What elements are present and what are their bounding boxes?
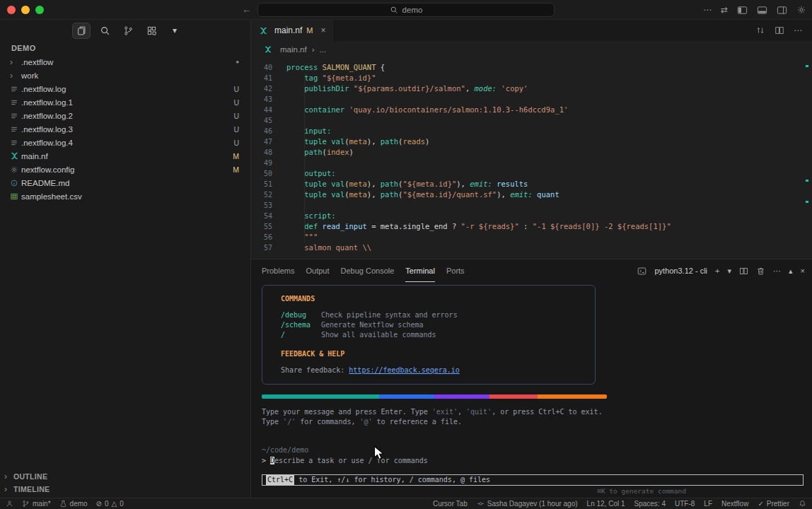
layout-panel-icon[interactable] bbox=[757, 5, 767, 16]
code-editor[interactable]: 40process SALMON_QUANT {41 tag "${meta.i… bbox=[251, 58, 812, 259]
status-cursor-tab[interactable]: Cursor Tab bbox=[433, 500, 468, 508]
file-label: samplesheet.csv bbox=[21, 192, 233, 201]
terminal-profile-label[interactable]: python3.12 - cli bbox=[654, 267, 707, 275]
status-label: Sasha Dagayev (1 hour ago) bbox=[487, 500, 578, 508]
panel-tab-debug-console[interactable]: Debug Console bbox=[341, 259, 395, 282]
account-button[interactable] bbox=[6, 500, 13, 508]
timeline-section[interactable]: › TIMELINE bbox=[0, 483, 250, 496]
close-tab-icon[interactable]: × bbox=[321, 25, 326, 35]
sidebar-item-nextflow-log-4[interactable]: .nextflow.log.4U bbox=[0, 136, 250, 149]
code-token: "${params.outdir}/salmon" bbox=[354, 84, 465, 93]
chevron-right-icon: › bbox=[10, 57, 21, 67]
breadcrumb[interactable]: main.nf › ... bbox=[251, 41, 812, 58]
workspace-profile-button[interactable]: demo bbox=[59, 500, 88, 508]
sidebar-item-readme-md[interactable]: README.md bbox=[0, 176, 250, 189]
outline-section[interactable]: › OUTLINE bbox=[0, 470, 250, 483]
line-number: 55 bbox=[251, 221, 286, 232]
cli-input-bar[interactable]: Ctrl+C to Exit, ↑/↓ for history, / comma… bbox=[262, 474, 804, 486]
status-spaces-4[interactable]: Spaces: 4 bbox=[634, 500, 666, 508]
code-text: input: bbox=[286, 126, 331, 136]
line-number: 45 bbox=[251, 115, 286, 126]
tab-main-nf[interactable]: main.nf M × bbox=[251, 20, 335, 41]
code-token: ), bbox=[367, 137, 381, 146]
ctrl-c-key-hint: Ctrl+C bbox=[266, 475, 294, 485]
sidebar-item-nextflow-log-3[interactable]: .nextflow.log.3U bbox=[0, 122, 250, 136]
panel-tab-ports[interactable]: Ports bbox=[446, 259, 465, 282]
sidebar-item-nextflow[interactable]: ›.nextflow● bbox=[0, 55, 250, 69]
status-label: LF bbox=[704, 500, 712, 508]
maximize-panel-icon[interactable]: ▴ bbox=[789, 267, 793, 276]
panel-tab-terminal[interactable]: Terminal bbox=[405, 259, 435, 282]
sidebar-item-nextflow-log-2[interactable]: .nextflow.log.2U bbox=[0, 109, 250, 122]
status-prettier[interactable]: ✓Prettier bbox=[758, 500, 789, 508]
more-actions-icon[interactable]: ⋯ bbox=[773, 267, 781, 276]
command-row: /schemaGenerate Nextflow schema bbox=[281, 320, 595, 330]
bell-icon[interactable] bbox=[799, 500, 806, 508]
new-terminal-icon[interactable]: + bbox=[715, 267, 719, 275]
status-nextflow[interactable]: Nextflow bbox=[721, 500, 748, 508]
minimize-window-button[interactable] bbox=[21, 6, 30, 14]
sidebar-item-nextflow-log[interactable]: .nextflow.logU bbox=[0, 82, 250, 95]
settings-gear-icon[interactable] bbox=[796, 5, 806, 15]
git-branch-button[interactable]: main* bbox=[22, 500, 51, 508]
extensions-view-button[interactable] bbox=[142, 23, 161, 39]
nextflow-icon bbox=[264, 45, 275, 54]
layout-sidebar-left-icon[interactable] bbox=[737, 5, 748, 16]
line-number: 53 bbox=[251, 200, 286, 211]
explorer-section-header[interactable]: DEMO bbox=[0, 41, 250, 55]
code-token: meta bbox=[349, 180, 367, 188]
back-icon[interactable]: ← bbox=[242, 4, 251, 15]
close-panel-icon[interactable]: × bbox=[801, 267, 805, 275]
code-token: ), bbox=[497, 190, 510, 199]
code-token: = meta.single_end ? bbox=[367, 222, 461, 230]
sidebar-item-work[interactable]: ›work bbox=[0, 69, 250, 82]
search-label: demo bbox=[402, 6, 423, 14]
code-line-53: 53 bbox=[251, 200, 812, 211]
zoom-window-button[interactable] bbox=[35, 6, 44, 14]
file-label: .nextflow.log.4 bbox=[21, 139, 228, 147]
run-changes-icon[interactable] bbox=[755, 25, 765, 35]
line-number: 44 bbox=[251, 105, 286, 115]
code-line-48: 48 path(index) bbox=[251, 147, 812, 158]
status-utf-8[interactable]: UTF-8 bbox=[675, 500, 695, 508]
layout-sidebar-right-icon[interactable] bbox=[777, 5, 787, 16]
workspace-label: demo bbox=[70, 500, 88, 508]
cli-prompt[interactable]: > Describe a task or use / for commands bbox=[262, 456, 812, 466]
panel-tab-problems[interactable]: Problems bbox=[262, 259, 294, 282]
terminal-viewport[interactable]: COMMANDS /debugCheck pipeline syntax and… bbox=[251, 282, 812, 498]
panel-tab-output[interactable]: Output bbox=[306, 259, 329, 282]
commit-icon bbox=[477, 500, 485, 508]
explorer-view-button[interactable] bbox=[72, 23, 91, 39]
status-lf[interactable]: LF bbox=[704, 500, 712, 508]
sidebar-item-samplesheet-csv[interactable]: samplesheet.csv bbox=[0, 189, 250, 203]
command-center-search[interactable]: demo bbox=[257, 3, 555, 17]
status-ln-12-col-1[interactable]: Ln 12, Col 1 bbox=[587, 500, 625, 508]
more-actions-icon[interactable]: ⋯ bbox=[703, 5, 712, 15]
more-views-chevron-icon[interactable]: ▾ bbox=[166, 23, 184, 39]
code-token bbox=[286, 137, 304, 146]
terminal-dropdown-icon[interactable]: ▾ bbox=[728, 267, 732, 276]
split-terminal-icon[interactable] bbox=[739, 267, 748, 276]
sidebar-item-main-nf[interactable]: main.nfM bbox=[0, 149, 250, 163]
code-line-44: 44 container 'quay.io/biocontainers/salm… bbox=[251, 105, 812, 115]
code-token: { bbox=[376, 63, 385, 71]
sidebar-item-nextflow-config[interactable]: nextflow.configM bbox=[0, 163, 250, 176]
breadcrumb-file[interactable]: main.nf bbox=[280, 45, 307, 54]
status-sasha-dagayev-1-hour-ago[interactable]: Sasha Dagayev (1 hour ago) bbox=[477, 500, 578, 508]
close-window-button[interactable] bbox=[7, 6, 16, 14]
cli-help-box: COMMANDS /debugCheck pipeline syntax and… bbox=[262, 285, 596, 385]
toggle-tabs-icon[interactable]: ⇄ bbox=[721, 5, 728, 15]
sidebar-item-nextflow-log-1[interactable]: .nextflow.log.1U bbox=[0, 95, 250, 109]
more-actions-icon[interactable]: ⋯ bbox=[794, 25, 802, 35]
search-view-button[interactable] bbox=[95, 23, 114, 39]
problems-button[interactable]: ⊘ 0 △ 0 bbox=[96, 500, 124, 508]
editor-actions: ⋯ bbox=[755, 20, 812, 41]
feedback-link[interactable]: https://feedback.seqera.io bbox=[349, 366, 460, 374]
code-token bbox=[286, 190, 304, 199]
source-control-view-button[interactable] bbox=[119, 23, 137, 39]
split-editor-icon[interactable] bbox=[775, 25, 784, 35]
breadcrumb-tail[interactable]: ... bbox=[320, 45, 327, 54]
status-label: Cursor Tab bbox=[433, 500, 468, 508]
kill-terminal-icon[interactable] bbox=[756, 267, 765, 276]
code-token: reads bbox=[402, 137, 425, 146]
